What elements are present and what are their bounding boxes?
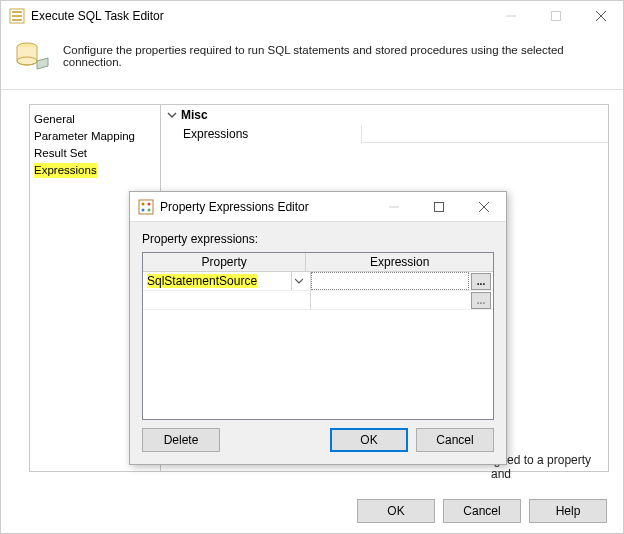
expressions-grid: Property Expression SqlStatementSource .… (142, 252, 494, 420)
dialog-minimize-button (371, 192, 416, 222)
svg-rect-16 (434, 203, 443, 212)
svg-rect-5 (551, 12, 560, 21)
dialog-window-controls (371, 192, 506, 221)
dialog-maximize-button[interactable] (416, 192, 461, 222)
svg-rect-10 (139, 200, 153, 214)
sidebar-item-general[interactable]: General (30, 111, 160, 128)
outer-button-bar: OK Cancel Help (357, 499, 607, 523)
property-value[interactable] (361, 125, 608, 143)
property-expressions-label: Property expressions: (142, 232, 494, 246)
grid-header: Property Expression (143, 253, 493, 272)
dialog-body: Property expressions: Property Expressio… (130, 222, 506, 420)
dialog-cancel-button[interactable]: Cancel (416, 428, 494, 452)
separator (1, 89, 623, 90)
svg-rect-1 (12, 11, 22, 13)
dialog-button-bar: Delete OK Cancel (130, 420, 506, 464)
chevron-down-icon (167, 110, 177, 120)
property-cell-empty[interactable] (143, 291, 310, 310)
property-dropdown-button[interactable] (291, 272, 306, 290)
svg-point-14 (148, 208, 151, 211)
expression-cell-empty: ... (310, 291, 493, 310)
info-text: Configure the properties required to run… (63, 44, 609, 68)
outer-titlebar: Execute SQL Task Editor (1, 1, 623, 31)
header-property[interactable]: Property (143, 253, 306, 272)
execute-sql-task-editor-window: Execute SQL Task Editor Configure the pr… (0, 0, 624, 534)
table-row[interactable]: SqlStatementSource ... (143, 272, 493, 291)
header-expression[interactable]: Expression (306, 253, 493, 272)
app-icon (9, 8, 25, 24)
dialog-title: Property Expressions Editor (160, 200, 371, 214)
window-controls (488, 1, 623, 31)
sidebar-item-expressions[interactable]: Expressions (30, 162, 160, 179)
svg-rect-2 (12, 15, 22, 17)
expression-cell[interactable]: ... (310, 272, 493, 291)
expression-input[interactable] (311, 272, 469, 290)
property-name: Expressions (161, 125, 361, 143)
property-value-sqlstatementsource: SqlStatementSource (147, 274, 257, 288)
minimize-button (488, 1, 533, 31)
close-button[interactable] (578, 1, 623, 31)
help-button[interactable]: Help (529, 499, 607, 523)
sidebar-item-result-set[interactable]: Result Set (30, 145, 160, 162)
cancel-button[interactable]: Cancel (443, 499, 521, 523)
dialog-close-button[interactable] (461, 192, 506, 222)
window-title: Execute SQL Task Editor (31, 9, 488, 23)
expression-browse-button[interactable]: ... (471, 273, 491, 290)
property-row-expressions[interactable]: Expressions (161, 125, 608, 143)
property-expressions-editor-dialog: Property Expressions Editor Property exp… (129, 191, 507, 465)
sidebar-item-parameter-mapping[interactable]: Parameter Mapping (30, 128, 160, 145)
info-banner: Configure the properties required to run… (1, 31, 623, 89)
dialog-titlebar: Property Expressions Editor (130, 192, 506, 222)
dialog-icon (138, 199, 154, 215)
dialog-ok-button[interactable]: OK (330, 428, 408, 452)
delete-button[interactable]: Delete (142, 428, 220, 452)
table-row[interactable]: ... (143, 291, 493, 310)
database-icon (15, 41, 53, 71)
chevron-down-icon (295, 277, 303, 285)
svg-rect-3 (12, 19, 22, 21)
svg-point-11 (142, 202, 145, 205)
property-cell[interactable]: SqlStatementSource (143, 272, 310, 291)
group-label: Misc (181, 108, 208, 122)
maximize-button (533, 1, 578, 31)
svg-point-12 (148, 202, 151, 205)
expression-browse-button[interactable]: ... (471, 292, 491, 309)
svg-point-13 (142, 208, 145, 211)
description-text: igned to a property and (491, 453, 603, 481)
ok-button[interactable]: OK (357, 499, 435, 523)
group-header-misc[interactable]: Misc (161, 105, 608, 125)
